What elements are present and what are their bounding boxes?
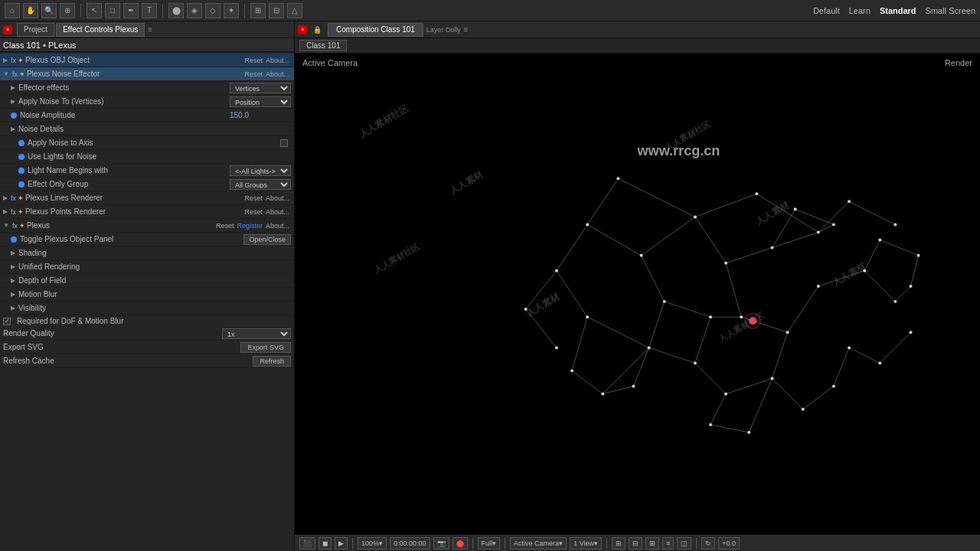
svg-point-61	[817, 285, 820, 288]
refresh-cache-row[interactable]: Refresh Cache Refresh	[0, 354, 294, 368]
color-dot[interactable]: ⬤	[452, 537, 468, 549]
quality-dropdown[interactable]: 1x 2x 4x	[222, 328, 291, 339]
axis-checkbox[interactable]	[280, 139, 288, 147]
plexus-noise-row[interactable]: ▼ fx ✦ Plexus Noise Effector Reset About…	[0, 67, 294, 81]
apply-noise-to-row[interactable]: ▶ Apply Noise To (Vertices) Position	[0, 95, 294, 109]
lines-reset-btn[interactable]: Reset	[243, 194, 264, 202]
rulers-btn[interactable]: ≡	[662, 537, 674, 549]
group-dropdown[interactable]: All Groups	[230, 179, 291, 190]
comp-tab-class101[interactable]: Composition Class 101	[328, 23, 423, 37]
grid-btn[interactable]: ⊟	[629, 537, 642, 549]
rotation-btn[interactable]: ↻	[701, 537, 715, 549]
guides-btn[interactable]: ⊞	[645, 537, 659, 549]
preset-small[interactable]: Small Screen	[926, 6, 975, 15]
export-svg-row[interactable]: Export SVG Export SVG	[0, 341, 294, 354]
paint-icon[interactable]: ⬤	[168, 3, 184, 18]
unified-row[interactable]: ▶ Unified Rendering	[0, 260, 294, 274]
puppet-icon[interactable]: ✦	[224, 3, 239, 18]
preset-buttons: Default Learn Standard Small Screen	[813, 6, 975, 15]
visibility-row[interactable]: ▶ Visibility	[0, 302, 294, 315]
eraser-icon[interactable]: ◇	[205, 3, 220, 18]
select-icon[interactable]: ↖	[87, 3, 102, 18]
noise-reset-btn[interactable]: Reset	[243, 70, 264, 78]
apply-noise-dropdown[interactable]: Position	[230, 96, 291, 107]
open-close-btn[interactable]: Open/Close	[243, 234, 291, 245]
svg-point-66	[663, 300, 666, 303]
zoom-btn[interactable]: 100% ▾	[358, 537, 387, 549]
comp-menu-icon[interactable]: ≡	[464, 25, 469, 34]
motion-blur-row[interactable]: ▶ Motion Blur	[0, 288, 294, 302]
value-btn[interactable]: +0.0	[718, 537, 740, 549]
points-reset-btn[interactable]: Reset	[243, 208, 264, 216]
quality-btn[interactable]: Full ▾	[478, 537, 501, 549]
effector-effects-row[interactable]: ▶ Effector effects Vertices	[0, 81, 294, 95]
main-register-btn[interactable]: Register	[235, 222, 264, 230]
dof-checkbox[interactable]	[3, 318, 11, 325]
refresh-btn[interactable]: Refresh	[253, 356, 291, 367]
effector-dropdown[interactable]: Vertices	[230, 83, 291, 93]
comp-lock-icon[interactable]: 🔒	[313, 26, 322, 34]
tab-effect-controls[interactable]: Effect Controls Plexus	[56, 23, 145, 37]
apply-noise-axis-row[interactable]: Apply Noise to Axis	[0, 136, 294, 150]
fx-points-icon: fx	[11, 208, 16, 216]
svg-point-88	[878, 239, 881, 242]
view-layout-btn[interactable]: 1 View ▾	[570, 537, 602, 549]
plexus-points-row[interactable]: ▶ fx ✦ Plexus Points Renderer Reset Abou…	[0, 205, 294, 219]
preset-learn[interactable]: Learn	[849, 6, 871, 15]
points-about-btn[interactable]: About...	[264, 208, 291, 216]
clone-icon[interactable]: ◈	[187, 3, 202, 18]
opacity-btn[interactable]: ◫	[677, 537, 691, 549]
use-lights-row[interactable]: Use Lights for Noise	[0, 150, 294, 164]
lines-about-btn[interactable]: About...	[264, 194, 291, 202]
plexus-main-row[interactable]: ▼ fx ✦ Plexus Reset Register About...	[0, 219, 294, 233]
shape-icon[interactable]: △	[287, 3, 302, 18]
zoom-icon[interactable]: 🔍	[41, 3, 57, 18]
render-preview-btn[interactable]: ⬛	[299, 537, 315, 549]
home-icon[interactable]: ⌂	[5, 3, 20, 18]
plexus-lines-row[interactable]: ▶ fx ✦ Plexus Lines Renderer Reset About…	[0, 191, 294, 205]
align2-icon[interactable]: ⊟	[269, 3, 284, 18]
plexus-obj-row[interactable]: ▶ fx ✦ Plexus OBJ Object Reset About...	[0, 54, 294, 67]
dof-row[interactable]: ▶ Depth of Field	[0, 274, 294, 288]
svg-point-69	[694, 361, 697, 364]
toggle-plexus-row[interactable]: Toggle Plexus Object Panel Open/Close	[0, 233, 294, 246]
light-name-dropdown[interactable]: <-All Lights->	[230, 165, 291, 176]
class101-tab[interactable]: Class 101	[299, 40, 347, 51]
left-tab-bar: × Project Effect Controls Plexus ≡	[0, 21, 294, 38]
ram-preview-btn[interactable]: ▶	[335, 537, 348, 549]
tab-separator: ≡	[148, 25, 152, 34]
comp-tab-dolly[interactable]: Layer Dolly	[426, 26, 461, 34]
svg-point-79	[570, 370, 573, 373]
pen-icon[interactable]: ✒	[123, 3, 139, 18]
obj-about-btn[interactable]: About...	[264, 57, 291, 64]
preset-standard[interactable]: Standard	[880, 6, 916, 15]
view-options-btn[interactable]: ⊞	[612, 537, 626, 549]
comp-close-btn[interactable]: ×	[298, 25, 307, 34]
panel-close-btn[interactable]: ×	[3, 25, 12, 34]
search-icon[interactable]: ⊕	[60, 3, 75, 18]
camera-view-btn[interactable]: Active Camera ▾	[510, 537, 567, 549]
camera-icon-btn[interactable]: 📷	[433, 537, 449, 549]
star-lines-icon: ✦	[18, 194, 24, 202]
noise-details-row[interactable]: ▶ Noise Details	[0, 122, 294, 136]
align1-icon[interactable]: ⊞	[250, 3, 266, 18]
preset-default[interactable]: Default	[813, 6, 840, 15]
rect-icon[interactable]: □	[105, 3, 120, 18]
tab-project[interactable]: Project	[17, 23, 54, 37]
noise-about-btn[interactable]: About...	[264, 70, 291, 78]
main-reset-btn[interactable]: Reset	[214, 222, 236, 230]
main-about-btn[interactable]: About...	[264, 222, 291, 230]
shading-row[interactable]: ▶ Shading	[0, 246, 294, 260]
noise-amplitude-row[interactable]: Noise Amplitude 150.0	[0, 109, 294, 122]
timecode-btn[interactable]: 0:00:00:00	[390, 537, 430, 549]
draft-btn[interactable]: ◼	[318, 537, 332, 549]
light-name-row[interactable]: Light Name Begins with <-All Lights->	[0, 164, 294, 178]
export-svg-btn[interactable]: Export SVG	[240, 342, 291, 353]
render-quality-row[interactable]: Render Quality 1x 2x 4x	[0, 327, 294, 341]
text-icon[interactable]: T	[142, 3, 157, 18]
required-dof-row: Required for DoF & Motion Blur	[0, 315, 294, 327]
hand-icon[interactable]: ✋	[23, 3, 38, 18]
triangle-vis-icon: ▶	[11, 305, 15, 311]
effect-only-group-row[interactable]: Effect Only Group All Groups	[0, 178, 294, 191]
obj-reset-btn[interactable]: Reset	[243, 57, 264, 64]
